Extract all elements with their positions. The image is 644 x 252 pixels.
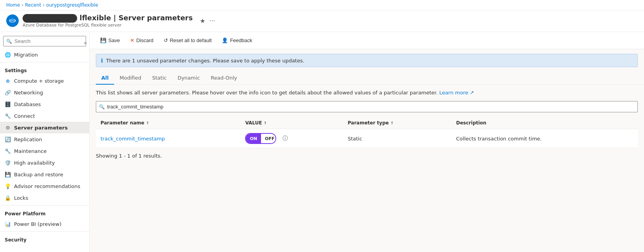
sidebar-divider-3 [0, 231, 89, 232]
redacted-name [23, 14, 77, 23]
sort-icon-value[interactable]: ↑ [263, 121, 266, 125]
sidebar-item-label: Connect [14, 113, 35, 119]
sidebar: 🔍 « 🌐 Migration Settings ⊕ Compute + sto… [0, 32, 90, 252]
param-value-cell: ON OFF ⓘ [240, 129, 343, 148]
sidebar-item-power-bi[interactable]: 📊 Power BI (preview) [0, 218, 89, 230]
col-header-description: Description [452, 117, 638, 129]
high-availability-icon: 🛡️ [5, 160, 11, 166]
breadcrumb-resource[interactable]: ourypostgresqlflexible [46, 2, 98, 8]
sidebar-item-replication[interactable]: 🔄 Replication [0, 133, 89, 145]
databases-icon: 🗄️ [5, 101, 11, 107]
sidebar-item-label: Advisor recommendations [14, 183, 80, 189]
sidebar-collapse-button[interactable]: « [81, 38, 89, 47]
sidebar-item-label: Backup and restore [14, 172, 63, 177]
sidebar-divider-2 [0, 205, 89, 206]
feedback-button[interactable]: 👤 Feedback [217, 35, 256, 46]
info-icon: ℹ [101, 57, 103, 64]
param-description-cell: Collects transaction commit time. [452, 129, 638, 148]
compute-storage-icon: ⊕ [5, 78, 11, 84]
sidebar-item-server-parameters[interactable]: ⚙️ Server parameters [0, 122, 89, 133]
breadcrumb-recent[interactable]: Recent [25, 2, 41, 8]
sort-icon-type[interactable]: ↑ [390, 121, 393, 125]
params-table: Parameter name ↑ VALUE ↑ [96, 117, 638, 148]
toggle-on-label: ON [246, 134, 261, 143]
sidebar-item-advisor[interactable]: 💡 Advisor recommendations [0, 180, 89, 192]
sidebar-item-label: Migration [14, 52, 38, 58]
tab-modified[interactable]: Modified [114, 72, 146, 85]
table-header-row: Parameter name ↑ VALUE ↑ [96, 117, 638, 129]
param-search-input[interactable] [96, 101, 638, 112]
sidebar-item-high-availability[interactable]: 🛡️ High availability [0, 157, 89, 169]
results-text: Showing 1 - 1 of 1 results. [96, 153, 638, 159]
breadcrumb-home[interactable]: Home [6, 2, 20, 8]
sidebar-section-power-platform: Power Platform [0, 207, 89, 218]
sidebar-item-networking[interactable]: 🔗 Networking [0, 87, 89, 98]
sidebar-search-container: 🔍 [3, 36, 86, 46]
sidebar-item-label: Databases [14, 101, 41, 107]
param-name-cell: track_commit_timestamp [96, 129, 240, 148]
tab-readonly[interactable]: Read-Only [205, 72, 243, 85]
sidebar-section-security: Security [0, 233, 89, 244]
discard-icon: ✕ [130, 37, 134, 43]
tab-dynamic[interactable]: Dynamic [172, 72, 205, 85]
tab-all[interactable]: All [96, 72, 114, 85]
save-icon: 💾 [100, 37, 106, 43]
locks-icon: 🔒 [5, 195, 11, 201]
power-bi-icon: 📊 [5, 221, 11, 227]
sidebar-item-label: Compute + storage [14, 78, 64, 84]
toolbar: 💾 Save ✕ Discard ↺ Reset all to default … [90, 32, 644, 49]
layout: 🔍 « 🌐 Migration Settings ⊕ Compute + sto… [0, 32, 644, 252]
page-header: lflexible | Server parameters Azure Data… [0, 11, 644, 32]
save-button[interactable]: 💾 Save [96, 35, 124, 46]
sidebar-search-input[interactable] [3, 36, 86, 46]
sidebar-item-locks[interactable]: 🔒 Locks [0, 192, 89, 204]
content-description: This list shows all server parameters. P… [96, 89, 638, 96]
param-name-link[interactable]: track_commit_timestamp [101, 136, 165, 142]
sidebar-item-label: Server parameters [14, 125, 68, 131]
page-subtitle: Azure Database for PostgreSQL flexible s… [23, 23, 193, 28]
tabs-bar: All Modified Static Dynamic Read-Only [90, 67, 644, 85]
networking-icon: 🔗 [5, 89, 11, 96]
resource-icon [6, 14, 19, 27]
feedback-icon: 👤 [222, 37, 228, 43]
toggle-off-label: OFF [261, 134, 276, 143]
col-header-type: Parameter type ↑ [343, 117, 451, 129]
param-type-cell: Static [343, 129, 451, 148]
param-toggle[interactable]: ON OFF [245, 133, 276, 144]
favorite-star-icon[interactable]: ★ [200, 17, 205, 25]
reset-button[interactable]: ↺ Reset all to default [159, 35, 216, 46]
sidebar-item-label: High availability [14, 160, 55, 166]
sidebar-search-icon: 🔍 [6, 39, 12, 44]
tab-static[interactable]: Static [146, 72, 172, 85]
sidebar-item-label: Networking [14, 90, 43, 96]
param-search-container: 🔍 [96, 101, 638, 112]
sidebar-item-databases[interactable]: 🗄️ Databases [0, 98, 89, 110]
sidebar-item-backup-restore[interactable]: 💾 Backup and restore [0, 169, 89, 180]
banner-message: There are 1 unsaved parameter changes. P… [106, 58, 304, 64]
param-info-icon[interactable]: ⓘ [282, 135, 288, 142]
more-options-icon[interactable]: ··· [209, 17, 215, 25]
connect-icon: 🔧 [5, 113, 11, 119]
table-row: track_commit_timestamp ON OFF ⓘ S [96, 129, 638, 148]
sort-icon-name[interactable]: ↑ [146, 121, 149, 125]
sidebar-section-settings: Settings [0, 64, 89, 75]
backup-restore-icon: 💾 [5, 171, 11, 177]
sidebar-item-connect[interactable]: 🔧 Connect [0, 110, 89, 122]
main-content: 💾 Save ✕ Discard ↺ Reset all to default … [90, 32, 644, 252]
discard-button[interactable]: ✕ Discard [126, 35, 158, 46]
sidebar-item-label: Maintenance [14, 148, 47, 154]
sidebar-divider-1 [0, 62, 89, 62]
sidebar-item-compute-storage[interactable]: ⊕ Compute + storage [0, 75, 89, 87]
sidebar-item-label: Power BI (preview) [14, 221, 62, 227]
learn-more-link[interactable]: Learn more ↗ [439, 90, 474, 96]
server-parameters-icon: ⚙️ [5, 124, 11, 131]
content-area: This list shows all server parameters. P… [90, 85, 644, 163]
maintenance-icon: 🔧 [5, 148, 11, 154]
page-title: lflexible | Server parameters [23, 14, 193, 23]
sidebar-item-label: Locks [14, 195, 28, 201]
col-header-name: Parameter name ↑ [96, 117, 240, 129]
sidebar-item-migration[interactable]: 🌐 Migration [0, 49, 89, 60]
replication-icon: 🔄 [5, 136, 11, 142]
reset-icon: ↺ [164, 37, 168, 43]
sidebar-item-maintenance[interactable]: 🔧 Maintenance [0, 145, 89, 157]
